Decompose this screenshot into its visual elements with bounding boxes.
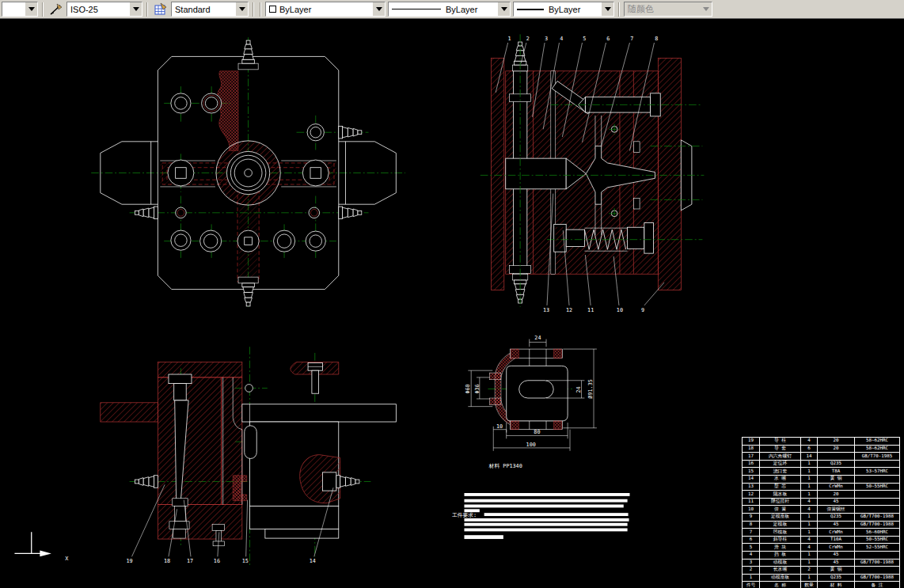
drawing-canvas[interactable]: 1234567813121110919181716151424Φ60Φ3624Ø… xyxy=(0,19,904,588)
drawing-text: 8 xyxy=(655,36,658,42)
dim-style-value: ISO-25 xyxy=(70,5,130,14)
hose-fitting-icon xyxy=(242,40,254,63)
notes-line xyxy=(464,505,623,508)
plan-view xyxy=(91,37,405,309)
section-view xyxy=(480,34,705,307)
part-detail-view xyxy=(468,339,597,450)
table-style-combo[interactable]: Standard xyxy=(171,2,249,17)
toolbar: ISO-25 Standard ByLayer ByLayer xyxy=(0,0,904,19)
table-row: 13型 芯1CrWMn50~55HRC xyxy=(743,483,900,491)
balloon-leader xyxy=(246,500,248,557)
table-style-icon xyxy=(154,2,168,17)
drawing-text: 工件要求: xyxy=(452,512,477,518)
drawing-text: 24 xyxy=(575,386,582,393)
drawing-text: 10 xyxy=(617,307,623,313)
drawing-text: 19 xyxy=(127,558,133,564)
notes-line xyxy=(464,523,627,526)
toolbar-separator xyxy=(253,2,254,17)
chevron-down-icon[interactable] xyxy=(498,2,510,16)
linetype-sample xyxy=(392,9,441,9)
notes-line xyxy=(484,513,629,516)
color-combo[interactable]: ByLayer xyxy=(265,2,386,17)
drawing-text: 15 xyxy=(242,558,249,564)
text-style-combo[interactable] xyxy=(2,2,38,17)
drawing-text: Φ36 xyxy=(474,384,480,393)
drawing-text: 1 xyxy=(508,36,511,42)
chevron-down-icon[interactable] xyxy=(25,2,37,16)
hose-fitting-icon xyxy=(135,207,158,218)
table-row: 11限位拉杆445 xyxy=(743,498,900,506)
drawing-text: 2 xyxy=(526,36,530,42)
table-row: 2长水嘴2黄 铜 xyxy=(743,567,900,575)
table-row: 15浇口套1T8A53~57HRC xyxy=(743,468,900,476)
parts-table-body: 19导 柱42058~62HRC18导 套62058~62HRC17内六角螺钉1… xyxy=(743,438,900,588)
hose-fitting-icon xyxy=(135,476,158,487)
drawing-text: 80 xyxy=(534,429,540,435)
drawing-text: Φ60 xyxy=(465,384,471,393)
lineweight-value: ByLayer xyxy=(549,5,602,14)
dim-style-button[interactable] xyxy=(47,2,64,17)
chevron-down-icon[interactable] xyxy=(373,2,385,16)
ucs-icon xyxy=(14,532,51,556)
drawing-text: 10 xyxy=(496,423,503,430)
table-row: 1动模座板1Q235GB/T700-1988 xyxy=(743,574,900,582)
hose-fitting-icon xyxy=(242,283,254,306)
table-row: 7凹模板1CrWMn56~60HRC xyxy=(743,529,900,537)
table-row: 10弹 簧4弹簧钢丝 xyxy=(743,506,900,514)
notes-line xyxy=(464,493,629,496)
dim-style-combo[interactable]: ISO-25 xyxy=(66,2,142,17)
lineweight-sample xyxy=(517,9,544,10)
drawing-text: 7 xyxy=(630,36,633,42)
table-row: 8定模板145GB/T700-1988 xyxy=(743,521,900,529)
notes-line xyxy=(464,529,627,532)
drawing-text: 18 xyxy=(164,558,170,564)
plot-style-value: 随颜色 xyxy=(628,3,700,15)
drawing-text: 16 xyxy=(214,558,220,564)
linetype-combo[interactable]: ByLayer xyxy=(388,2,511,17)
table-style-button[interactable] xyxy=(152,2,169,17)
autocad-window: ISO-25 Standard ByLayer ByLayer xyxy=(0,0,904,588)
drawing-text: 100 xyxy=(526,442,536,448)
drawing-text: X xyxy=(65,556,69,562)
drawing-text: 6 xyxy=(606,36,610,42)
notes-line xyxy=(464,535,503,539)
lineweight-combo[interactable]: ByLayer xyxy=(513,2,614,17)
notes-line xyxy=(464,518,629,522)
drawing-text: 12 xyxy=(566,307,572,313)
table-row: 3动模板145GB/T700-1988 xyxy=(743,559,900,567)
table-header-row: 件号名 称数量材 料备 注 xyxy=(743,582,900,588)
dimension-style-icon xyxy=(49,2,63,17)
linetype-value: ByLayer xyxy=(446,5,498,14)
lower-section-view xyxy=(101,347,397,566)
table-row: 16定位环1Q235 xyxy=(743,460,900,468)
parts-table: 19导 柱42058~62HRC18导 套62058~62HRC17内六角螺钉1… xyxy=(742,437,900,588)
chevron-down-icon[interactable] xyxy=(130,2,142,16)
drawing-text: 13 xyxy=(543,307,549,313)
table-row: 18导 套62058~62HRC xyxy=(743,445,900,453)
drawing-text: 9 xyxy=(641,307,644,313)
hose-fitting-icon xyxy=(339,207,362,218)
color-value: ByLayer xyxy=(279,5,373,14)
drawing-text: 11 xyxy=(587,307,594,313)
drawing-text: 17 xyxy=(187,558,193,564)
plot-style-combo: 随颜色 xyxy=(624,2,712,17)
color-swatch xyxy=(269,6,276,13)
drawing-text: 材料 PP1340 xyxy=(488,463,522,469)
drawing-text: 14 xyxy=(310,558,316,564)
drawing-text: Ø91.35 xyxy=(587,379,594,398)
hose-fitting-icon xyxy=(339,126,362,138)
notes-line xyxy=(464,499,627,503)
chevron-down-icon xyxy=(700,2,712,16)
table-row: 14水 嘴1黄 铜 xyxy=(743,475,900,483)
table-row: 12隔水板120 xyxy=(743,491,900,499)
toolbar-separator xyxy=(42,2,44,17)
technical-notes xyxy=(464,493,629,539)
toolbar-separator xyxy=(146,2,148,17)
chevron-down-icon[interactable] xyxy=(236,2,248,16)
table-row: 9定模座板1Q235GB/T700-1988 xyxy=(743,513,900,521)
drawing-text: 4 xyxy=(560,36,563,42)
table-row: 6斜导柱4T10A50~55HRC xyxy=(743,536,900,544)
table-row: 17内六角螺钉14GB/T70-1985 xyxy=(743,453,900,461)
chevron-down-icon[interactable] xyxy=(602,2,613,16)
drawing-text: 3 xyxy=(545,36,548,42)
